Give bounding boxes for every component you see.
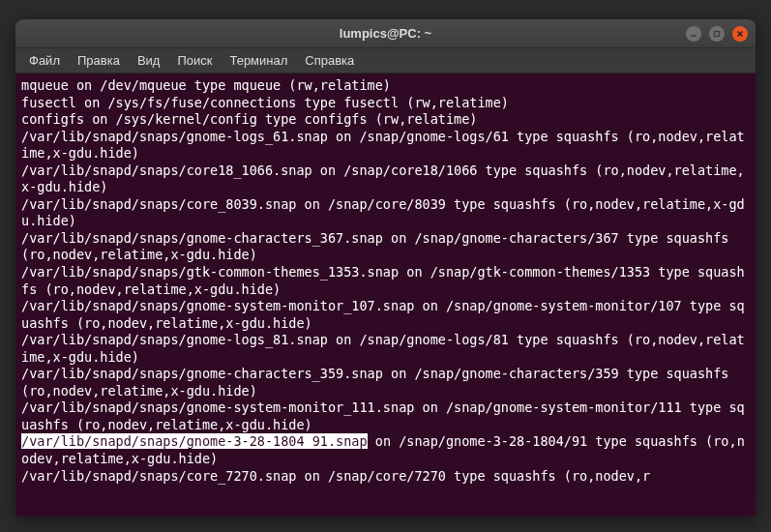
output-line: fusectl on /sys/fs/fuse/connections type… <box>21 95 509 110</box>
minimize-button[interactable] <box>686 26 701 42</box>
window-title: lumpics@PC: ~ <box>340 26 431 41</box>
menu-search[interactable]: Поиск <box>169 50 220 71</box>
output-line: /var/lib/snapd/snaps/gtk-common-themes_1… <box>21 264 745 297</box>
maximize-icon <box>713 30 721 38</box>
svg-rect-1 <box>715 31 720 36</box>
menu-file[interactable]: Файл <box>21 50 68 71</box>
titlebar: lumpics@PC: ~ <box>15 19 756 48</box>
terminal-window: lumpics@PC: ~ Файл Правка Вид Поиск Терм… <box>15 19 756 517</box>
output-line: /var/lib/snapd/snaps/gnome-characters_36… <box>21 230 737 263</box>
output-line: /var/lib/snapd/snaps/gnome-logs_81.snap … <box>21 332 745 365</box>
terminal-output[interactable]: mqueue on /dev/mqueue type mqueue (rw,re… <box>15 74 756 517</box>
output-line: mqueue on /dev/mqueue type mqueue (rw,re… <box>21 77 391 93</box>
minimize-icon <box>690 30 697 38</box>
maximize-button[interactable] <box>709 26 725 42</box>
menu-edit[interactable]: Правка <box>70 50 128 71</box>
menu-help[interactable]: Справка <box>297 50 362 71</box>
output-line: /var/lib/snapd/snaps/gnome-logs_61.snap … <box>21 129 745 162</box>
menu-view[interactable]: Вид <box>130 50 168 71</box>
menu-terminal[interactable]: Терминал <box>222 50 295 71</box>
output-line: /var/lib/snapd/snaps/core_8039.snap on /… <box>21 196 745 229</box>
output-line: configfs on /sys/kernel/config type conf… <box>21 111 477 127</box>
output-line: /var/lib/snapd/snaps/gnome-system-monito… <box>21 298 745 331</box>
output-line: /var/lib/snapd/snaps/gnome-characters_35… <box>21 366 737 399</box>
close-icon <box>736 30 744 38</box>
output-line: /var/lib/snapd/snaps/gnome-system-monito… <box>21 399 745 432</box>
window-controls <box>686 26 748 42</box>
output-line: /var/lib/snapd/snaps/core_7270.snap on /… <box>21 468 650 484</box>
menubar: Файл Правка Вид Поиск Терминал Справка <box>15 48 756 74</box>
close-button[interactable] <box>732 26 748 42</box>
output-highlighted: /var/lib/snapd/snaps/gnome-3-28-1804_91.… <box>21 433 368 449</box>
output-line: /var/lib/snapd/snaps/core18_1066.snap on… <box>21 163 745 195</box>
